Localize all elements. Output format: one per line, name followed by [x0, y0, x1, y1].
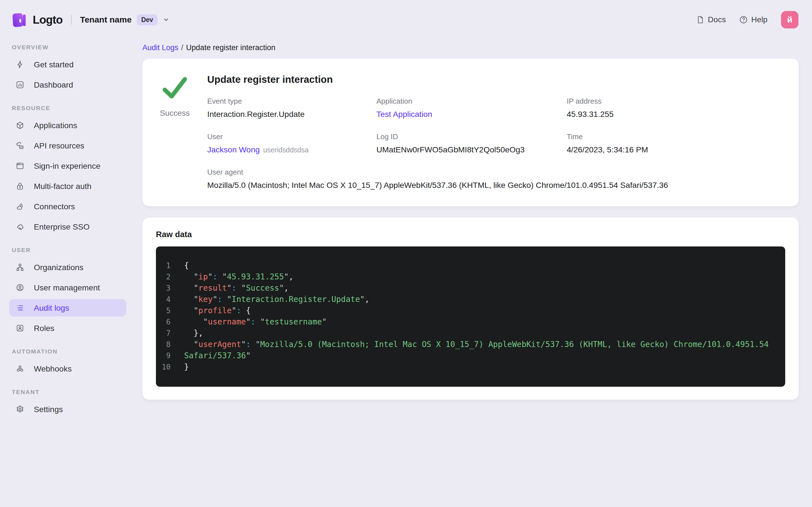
webhook-icon: [16, 364, 24, 373]
field-value-wrap: Interaction.Register.Update: [207, 110, 376, 119]
help-button[interactable]: Help: [739, 15, 767, 24]
sidebar-section-label: RESOURCE: [12, 105, 126, 112]
field-value-wrap: 45.93.31.255: [567, 110, 782, 119]
sidebar-item-label: Settings: [34, 405, 63, 414]
sidebar-item-label: Enterprise SSO: [34, 222, 90, 231]
code-text: "username": "testusername": [184, 316, 327, 328]
code-line: 9Safari/537.36": [160, 350, 778, 361]
code-line: 3 "result": "Success",: [160, 283, 778, 294]
sidebar-section: OVERVIEWGet startedDashboard: [9, 44, 126, 94]
raw-data-code-block[interactable]: 1{2 "ip": "45.93.31.255",3 "result": "Su…: [156, 246, 785, 387]
field-label: Time: [567, 132, 782, 141]
field-label: IP address: [567, 97, 782, 106]
field-label: Log ID: [376, 132, 567, 141]
field-label: User: [207, 132, 376, 141]
field-value[interactable]: Jackson Wong: [207, 145, 260, 154]
sidebar-item-label: Sign-in experience: [34, 161, 100, 171]
sidebar-item-user-management[interactable]: User management: [9, 279, 126, 296]
sidebar-item-label: Roles: [34, 324, 54, 333]
field-value: 4/26/2023, 5:34:16 PM: [567, 145, 648, 154]
field-value-suffix: useridsddsdsa: [263, 146, 308, 154]
sidebar-item-label: API resources: [34, 141, 84, 151]
line-number: 9: [160, 350, 170, 361]
chevron-down-icon: [162, 16, 170, 24]
code-text: "profile": {: [184, 305, 251, 316]
field-log-id: Log IDUMatENw0rFWO5aGbMI8tY2Qol50eOg3: [376, 132, 567, 154]
sidebar-section: RESOURCEApplicationsAPI resourcesSign-in…: [9, 105, 126, 235]
raw-data-title: Raw data: [156, 230, 785, 239]
sidebar-item-label: Organizations: [34, 263, 84, 272]
sidebar-item-get-started[interactable]: Get started: [9, 56, 126, 73]
document-icon: [696, 15, 705, 24]
sidebar-item-label: Get started: [34, 60, 73, 69]
field-value[interactable]: Test Application: [376, 110, 432, 119]
sidebar-section: AUTOMATIONWebhooks: [9, 348, 126, 378]
line-number: 4: [160, 294, 170, 305]
tenant-switcher[interactable]: Tenant name Dev: [80, 14, 170, 25]
sidebar-item-label: Connectors: [34, 202, 75, 211]
line-number: 5: [160, 305, 170, 316]
connectors-icon: [16, 202, 24, 211]
field-value-wrap: Test Application: [376, 110, 567, 119]
breadcrumb-parent-link[interactable]: Audit Logs: [142, 43, 179, 52]
field-ip-address: IP address45.93.31.255: [567, 97, 782, 119]
line-number: 8: [160, 339, 170, 350]
sidebar-section-label: OVERVIEW: [12, 44, 126, 51]
logo-text: Logto: [33, 13, 63, 26]
sidebar-item-label: Audit logs: [34, 303, 69, 313]
field-value-wrap: Mozilla/5.0 (Macintosh; Intel Mac OS X 1…: [207, 180, 782, 190]
sidebar-item-webhooks[interactable]: Webhooks: [9, 360, 126, 378]
sidebar-item-multi-factor-auth[interactable]: Multi-factor auth: [9, 177, 126, 195]
line-number: 1: [160, 260, 170, 271]
field-value: Interaction.Register.Update: [207, 110, 305, 119]
sidebar-item-audit-logs[interactable]: Audit logs: [9, 299, 126, 317]
code-line: 8 "userAgent": "Mozilla/5.0 (Macintosh; …: [160, 339, 778, 350]
docs-button[interactable]: Docs: [696, 15, 726, 24]
breadcrumb: Audit Logs/Update register interaction: [142, 43, 799, 52]
sidebar-item-sign-in-experience[interactable]: Sign-in experience: [9, 157, 126, 175]
code-text: "userAgent": "Mozilla/5.0 (Macintosh; In…: [184, 339, 769, 350]
code-text: "result": "Success",: [184, 283, 289, 294]
sidebar-item-label: Dashboard: [34, 80, 73, 90]
detail-fields: Event typeInteraction.Register.UpdateApp…: [207, 97, 782, 190]
code-line: 5 "profile": {: [160, 305, 778, 316]
sidebar-item-api-resources[interactable]: API resources: [9, 137, 126, 154]
dashboard-icon: [16, 80, 24, 89]
line-number: 2: [160, 271, 170, 283]
gear-icon: [16, 405, 24, 413]
help-icon: [739, 15, 748, 24]
audit-list-icon: [16, 304, 24, 312]
field-value-wrap: 4/26/2023, 5:34:16 PM: [567, 145, 782, 154]
code-line: 1{: [160, 260, 778, 271]
sidebar-item-settings[interactable]: Settings: [9, 400, 126, 418]
field-value-wrap: Jackson Wonguseridsddsdsa: [207, 145, 376, 154]
status-column: Success: [142, 74, 207, 190]
avatar[interactable]: й: [781, 11, 799, 29]
field-application: ApplicationTest Application: [376, 97, 567, 119]
sidebar: OVERVIEWGet startedDashboardRESOURCEAppl…: [0, 40, 135, 507]
sidebar-item-label: Applications: [34, 121, 77, 130]
sidebar-item-connectors[interactable]: Connectors: [9, 198, 126, 215]
lock-icon: [16, 182, 24, 190]
browser-icon: [16, 162, 24, 170]
raw-data-card: Raw data 1{2 "ip": "45.93.31.255",3 "res…: [142, 217, 799, 400]
help-label: Help: [751, 15, 767, 24]
field-user-agent: User agentMozilla/5.0 (Macintosh; Intel …: [207, 168, 782, 190]
sidebar-item-roles[interactable]: Roles: [9, 320, 126, 337]
field-event-type: Event typeInteraction.Register.Update: [207, 97, 376, 119]
topbar-divider: [71, 15, 71, 25]
field-label: User agent: [207, 168, 782, 177]
sidebar-item-dashboard[interactable]: Dashboard: [9, 76, 126, 94]
code-text: {: [184, 260, 189, 271]
field-time: Time4/26/2023, 5:34:16 PM: [567, 132, 782, 154]
breadcrumb-separator: /: [181, 43, 184, 52]
sidebar-item-applications[interactable]: Applications: [9, 117, 126, 134]
sidebar-item-organizations[interactable]: Organizations: [9, 259, 126, 276]
line-number: 10: [160, 361, 170, 373]
sidebar-item-enterprise-sso[interactable]: Enterprise SSO: [9, 218, 126, 235]
org-chart-icon: [16, 263, 24, 272]
code-text: },: [184, 328, 203, 339]
cloud-key-icon: [16, 223, 24, 231]
code-line: 2 "ip": "45.93.31.255",: [160, 271, 778, 283]
success-check-icon: [160, 75, 190, 103]
